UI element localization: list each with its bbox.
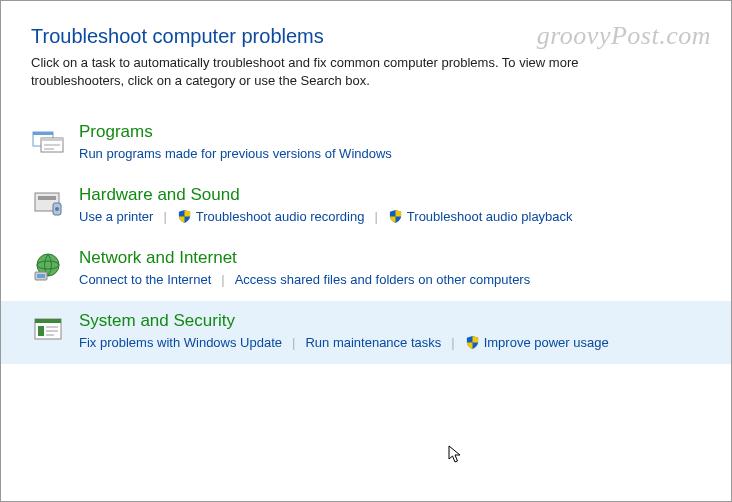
- category-network-internet: Network and Internet Connect to the Inte…: [1, 238, 731, 301]
- link-fix-windows-update[interactable]: Fix problems with Windows Update: [79, 335, 282, 350]
- category-hardware-sound: Hardware and Sound Use a printer | Troub…: [1, 175, 731, 238]
- svg-rect-18: [46, 330, 58, 332]
- network-internet-icon: [31, 250, 65, 284]
- link-access-shared-files[interactable]: Access shared files and folders on other…: [235, 272, 531, 287]
- svg-point-9: [55, 207, 59, 211]
- programs-icon: [31, 124, 65, 158]
- category-title-programs[interactable]: Programs: [79, 122, 153, 142]
- svg-rect-17: [46, 326, 58, 328]
- link-improve-power-usage[interactable]: Improve power usage: [484, 335, 609, 350]
- separator: |: [221, 272, 224, 287]
- shield-icon: [465, 335, 480, 350]
- svg-rect-1: [33, 132, 53, 135]
- link-run-programs-previous-windows[interactable]: Run programs made for previous versions …: [79, 146, 392, 161]
- svg-rect-16: [38, 326, 44, 336]
- separator: |: [163, 209, 166, 224]
- link-run-maintenance-tasks[interactable]: Run maintenance tasks: [305, 335, 441, 350]
- svg-rect-3: [41, 138, 63, 141]
- separator: |: [451, 335, 454, 350]
- category-title-system-security[interactable]: System and Security: [79, 311, 235, 331]
- category-system-security: System and Security Fix problems with Wi…: [1, 301, 731, 364]
- link-use-printer[interactable]: Use a printer: [79, 209, 153, 224]
- svg-rect-7: [38, 196, 56, 200]
- category-title-hardware-sound[interactable]: Hardware and Sound: [79, 185, 240, 205]
- separator: |: [292, 335, 295, 350]
- svg-rect-4: [44, 144, 60, 146]
- category-programs: Programs Run programs made for previous …: [1, 112, 731, 175]
- system-security-icon: [31, 313, 65, 347]
- page-description: Click on a task to automatically trouble…: [31, 54, 671, 90]
- svg-rect-15: [35, 319, 61, 323]
- svg-rect-19: [46, 334, 54, 336]
- svg-rect-13: [37, 274, 45, 278]
- shield-icon: [388, 209, 403, 224]
- hardware-sound-icon: [31, 187, 65, 221]
- content-area: Troubleshoot computer problems Click on …: [1, 1, 731, 384]
- category-title-network-internet[interactable]: Network and Internet: [79, 248, 237, 268]
- separator: |: [374, 209, 377, 224]
- shield-icon: [177, 209, 192, 224]
- page-title: Troubleshoot computer problems: [31, 25, 701, 48]
- link-troubleshoot-audio-playback[interactable]: Troubleshoot audio playback: [407, 209, 573, 224]
- link-connect-internet[interactable]: Connect to the Internet: [79, 272, 211, 287]
- link-troubleshoot-audio-recording[interactable]: Troubleshoot audio recording: [196, 209, 365, 224]
- svg-rect-5: [44, 148, 54, 150]
- cursor-icon: [448, 445, 464, 465]
